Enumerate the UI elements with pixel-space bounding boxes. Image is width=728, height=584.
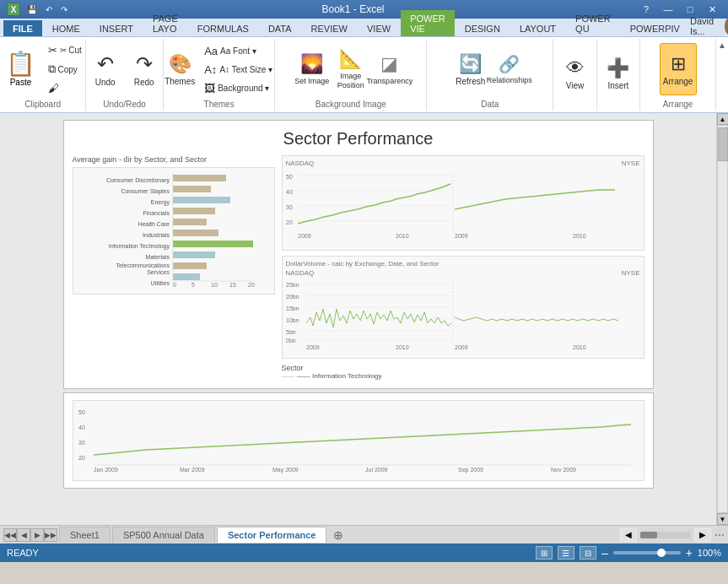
svg-text:Consumer Discretionary: Consumer Discretionary bbox=[105, 177, 170, 184]
svg-text:2009: 2009 bbox=[455, 233, 468, 239]
arrange-group-label: Arrange bbox=[663, 100, 693, 109]
svg-text:20bn: 20bn bbox=[286, 294, 299, 300]
svg-text:5: 5 bbox=[191, 282, 195, 287]
qat-redo[interactable]: ↷ bbox=[59, 5, 69, 14]
zoom-out-button[interactable]: – bbox=[601, 546, 608, 560]
tab-layout[interactable]: LAYOUT bbox=[510, 20, 565, 36]
svg-rect-9 bbox=[173, 219, 207, 225]
right-scrollbar[interactable]: ▲ ▼ bbox=[716, 113, 728, 525]
view-button[interactable]: 👁 View bbox=[557, 48, 594, 100]
page-break-view-button[interactable]: ⊟ bbox=[580, 546, 596, 560]
page-layout-view-button[interactable]: ☰ bbox=[558, 546, 574, 560]
zoom-in-button[interactable]: + bbox=[686, 546, 693, 560]
themes-group: 🎨 Themes Aa Aa Font ▾ A↕ A↕ Text Size ▾ … bbox=[164, 39, 275, 111]
image-position-button[interactable]: 📐 ImagePosition bbox=[332, 43, 369, 95]
scroll-thumb[interactable] bbox=[718, 127, 728, 161]
sheet-nav-next[interactable]: ▶ bbox=[30, 528, 44, 542]
sheet-tab-sector[interactable]: Sector Performance bbox=[217, 527, 327, 543]
tab-home[interactable]: HOME bbox=[43, 20, 89, 36]
bar-chart-container: Average gain - dir by Sector, and Sector… bbox=[73, 155, 275, 380]
svg-text:2010: 2010 bbox=[396, 233, 409, 239]
arrange-group: ⊞ Arrange Arrange bbox=[640, 39, 716, 111]
tab-insert[interactable]: INSERT bbox=[90, 20, 143, 36]
scroll-track[interactable] bbox=[717, 125, 728, 513]
help-button[interactable]: ? bbox=[637, 0, 655, 19]
undo-button[interactable]: ↶ Undo bbox=[87, 43, 124, 95]
tab-file[interactable]: FILE bbox=[3, 20, 42, 36]
collapse-ribbon[interactable]: ▲ bbox=[716, 39, 728, 111]
set-image-button[interactable]: 🌄 Set Image bbox=[294, 43, 331, 95]
nyse-label: NYSE bbox=[622, 160, 640, 167]
format-painter-button[interactable]: 🖌 bbox=[44, 79, 86, 97]
sheet-tab-sheet1[interactable]: Sheet1 bbox=[59, 527, 111, 543]
svg-text:0bn: 0bn bbox=[286, 338, 296, 343]
qat-save[interactable]: 💾 bbox=[25, 5, 39, 14]
zoom-slider[interactable] bbox=[613, 551, 681, 554]
font-button[interactable]: Aa Aa Font ▾ bbox=[200, 42, 277, 60]
insert-button[interactable]: ➕ Insert bbox=[600, 48, 637, 100]
h-scrollbar-track[interactable] bbox=[640, 532, 691, 538]
clipboard-group: 📋 Paste ✂✂ Cut ⧉Copy 🖌 Clipboard bbox=[0, 39, 86, 111]
svg-rect-11 bbox=[173, 230, 218, 236]
sector-legend: Sector —— —— Information Technology bbox=[282, 364, 644, 380]
bar-chart: Consumer Discretionary Consumer Staples … bbox=[73, 167, 275, 295]
title-bar-left: X 💾 ↶ ↷ bbox=[7, 3, 69, 16]
background-button[interactable]: 🖼 Background ▾ bbox=[200, 79, 277, 97]
qat-undo[interactable]: ↶ bbox=[44, 5, 54, 14]
status-bar-right: ⊞ ☰ ⊟ – + 100% bbox=[536, 546, 721, 560]
tab-view[interactable]: VIEW bbox=[358, 20, 400, 36]
tab-power-view[interactable]: POWER VIE bbox=[401, 10, 455, 36]
main-chart-container[interactable]: Sector Performance Average gain - dir by… bbox=[63, 120, 654, 389]
cut-button[interactable]: ✂✂ Cut bbox=[44, 41, 86, 59]
text-size-button[interactable]: A↕ A↕ Text Size ▾ bbox=[200, 61, 277, 78]
minimize-button[interactable]: — bbox=[659, 0, 677, 19]
arrange-button[interactable]: ⊞ Arrange bbox=[660, 43, 697, 95]
clipboard-content: 📋 Paste ✂✂ Cut ⧉Copy 🖌 bbox=[0, 41, 86, 98]
volume-subtitle: DollarVolume - calc by Exchange, Date, a… bbox=[286, 260, 640, 268]
tab-data[interactable]: DATA bbox=[259, 20, 301, 36]
svg-rect-18 bbox=[173, 262, 207, 269]
svg-text:50: 50 bbox=[78, 409, 85, 415]
svg-text:2010: 2010 bbox=[573, 344, 586, 350]
svg-text:15bn: 15bn bbox=[286, 306, 299, 311]
svg-text:40: 40 bbox=[78, 424, 85, 430]
scroll-up[interactable]: ▲ bbox=[717, 113, 729, 125]
svg-text:Jul 2009: Jul 2009 bbox=[365, 467, 388, 473]
svg-text:2009: 2009 bbox=[306, 344, 320, 350]
paste-button[interactable]: 📋 Paste bbox=[0, 43, 42, 95]
tab-powerpivot[interactable]: POWERPIV bbox=[621, 20, 689, 36]
zoom-thumb[interactable] bbox=[657, 549, 666, 557]
sheet-nav-last[interactable]: ▶▶ bbox=[44, 528, 57, 542]
sheet-nav-prev[interactable]: ◀ bbox=[17, 528, 30, 542]
add-sheet-button[interactable]: ⊕ bbox=[330, 527, 347, 543]
sheet-tab-sp500[interactable]: SP500 Annual Data bbox=[112, 527, 215, 543]
h-scroll-left[interactable]: ◀ bbox=[620, 528, 637, 542]
ready-status: READY bbox=[7, 548, 39, 558]
svg-text:Financials: Financials bbox=[143, 210, 170, 216]
sheet-nav-first[interactable]: ◀◀ bbox=[3, 528, 17, 542]
transparency-button[interactable]: ◪ Transparency bbox=[371, 43, 408, 95]
gain-chart-svg: 50 40 30 20 bbox=[286, 169, 623, 245]
redo-button[interactable]: ↷ Redo bbox=[126, 43, 163, 95]
h-scroll-right[interactable]: ▶ bbox=[694, 528, 711, 542]
volume-nasdaq-label: NASDAQ bbox=[286, 269, 315, 277]
svg-rect-15 bbox=[173, 251, 215, 258]
sheet-options[interactable]: ⋯ bbox=[715, 529, 725, 541]
tab-design[interactable]: DESIGN bbox=[456, 20, 510, 36]
tab-power-query[interactable]: POWER QU bbox=[566, 10, 620, 36]
svg-text:5bn: 5bn bbox=[286, 329, 296, 335]
scroll-down[interactable]: ▼ bbox=[717, 513, 729, 525]
tab-formulas[interactable]: FORMULAS bbox=[188, 20, 258, 36]
user-area: David Is... 👤 😊 bbox=[690, 16, 728, 36]
relationships-button[interactable]: 🔗 Relationships bbox=[491, 43, 528, 95]
normal-view-button[interactable]: ⊞ bbox=[536, 546, 553, 560]
themes-button[interactable]: 🎨 Themes bbox=[161, 43, 198, 95]
tab-page-layout[interactable]: PAGE LAYO bbox=[143, 10, 187, 36]
copy-button[interactable]: ⧉Copy bbox=[44, 60, 86, 78]
bottom-chart-container[interactable]: 50 40 30 20 Jan 2009 Mar 2009 bbox=[63, 392, 654, 489]
nasdaq-label: NASDAQ bbox=[286, 160, 315, 167]
svg-text:20: 20 bbox=[286, 219, 293, 225]
tab-review[interactable]: REVIEW bbox=[302, 20, 357, 36]
h-scrollbar-thumb[interactable] bbox=[640, 532, 657, 538]
refresh-button[interactable]: 🔄 Refresh bbox=[452, 43, 489, 95]
